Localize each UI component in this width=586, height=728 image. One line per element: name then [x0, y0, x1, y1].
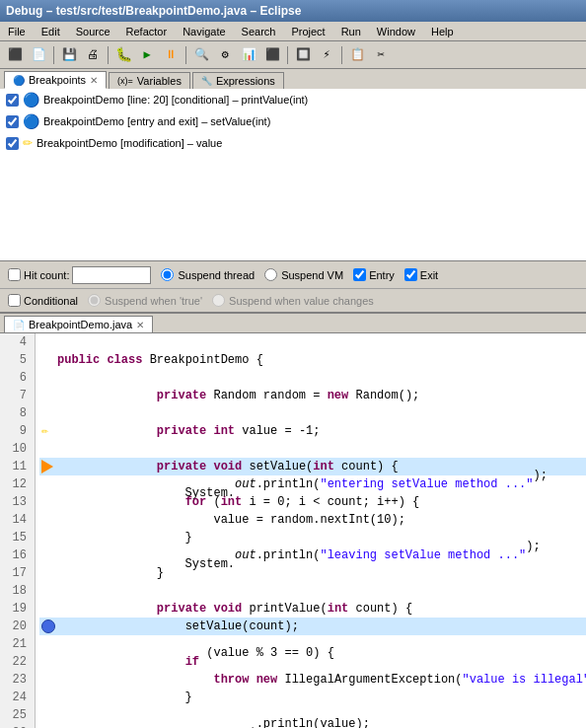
code-out-26: out: [235, 724, 256, 728]
toolbar-btn-1[interactable]: ⬛: [4, 44, 26, 66]
toolbar-btn-7[interactable]: ⚙: [214, 44, 236, 66]
toolbar-btn-3[interactable]: 💾: [58, 44, 80, 66]
suspend-true-group: Suspend when 'true': [88, 294, 202, 307]
code-7b: Random();: [348, 387, 419, 404]
expressions-icon: 🔧: [201, 76, 212, 86]
toolbar-sep-1: [53, 46, 54, 64]
code-7: Random random =: [213, 387, 327, 404]
bp-checkbox-1[interactable]: [6, 94, 19, 107]
breakpoints-icon: 🔵: [13, 75, 25, 86]
ln-8: 8: [4, 404, 31, 422]
entry-checkbox[interactable]: [353, 268, 366, 281]
menu-search[interactable]: Search: [238, 25, 280, 38]
suspend-changes-radio[interactable]: [212, 294, 225, 307]
toolbar-btn-11[interactable]: ⚡: [316, 44, 337, 66]
str-12: "entering setValue method ...": [320, 475, 533, 493]
ln-6: 6: [4, 369, 31, 387]
suspend-vm-radio[interactable]: [264, 268, 277, 281]
kw-throw-23: throw: [213, 671, 249, 689]
conditional-group: Conditional: [8, 294, 78, 307]
code-11b: count) {: [334, 458, 399, 475]
menu-source[interactable]: Source: [72, 25, 114, 38]
toolbar-btn-debug[interactable]: 🐛: [112, 44, 134, 66]
str-23: "value is illegal": [463, 673, 587, 687]
bp-label-3: BreakpointDemo [modification] – value: [37, 137, 222, 149]
tab-variables[interactable]: (x)= Variables: [109, 72, 190, 89]
code-line-17: }: [39, 564, 586, 582]
ln-19: 19: [4, 600, 31, 618]
editor-tab-main[interactable]: 📄 BreakpointDemo.java ✕: [4, 316, 153, 332]
code-content: 4 5 6 7 8 9 10 11 12 13 14 15 16 17 18 1…: [0, 333, 586, 728]
ln-15: 15: [4, 529, 31, 546]
toolbar-btn-8[interactable]: 📊: [238, 44, 259, 66]
suspend-vm-label: Suspend VM: [281, 269, 343, 281]
toolbar-btn-10[interactable]: 🔲: [292, 44, 314, 66]
exit-checkbox[interactable]: [404, 268, 417, 281]
menu-file[interactable]: File: [4, 25, 30, 38]
menu-window[interactable]: Window: [373, 25, 419, 38]
toolbar-btn-5[interactable]: ⏸: [160, 44, 182, 66]
entry-label: Entry: [369, 269, 395, 281]
menu-navigate[interactable]: Navigate: [179, 25, 229, 38]
toolbar-btn-6[interactable]: 🔍: [190, 44, 212, 66]
kw-new-23: new: [256, 671, 278, 689]
code-23: IllegalArgumentException("value is illeg…: [284, 671, 586, 689]
bp-icon-2: 🔵: [23, 113, 39, 129]
menu-refactor[interactable]: Refactor: [122, 25, 172, 38]
toolbar-sep-5: [341, 46, 342, 64]
bp-circle-20: [41, 619, 55, 633]
tab-expressions[interactable]: 🔧 Expressions: [192, 72, 284, 89]
ln-5: 5: [4, 351, 31, 369]
code-11: setValue(: [249, 458, 313, 475]
tab-breakpoints-close[interactable]: ✕: [90, 75, 98, 86]
bp-checkbox-3[interactable]: [6, 137, 19, 150]
code-line-9: ✏ private int value = -1;: [39, 422, 586, 440]
toolbar-btn-2[interactable]: 📄: [28, 44, 49, 66]
conditional-checkbox[interactable]: [8, 294, 21, 307]
suspend-true-radio[interactable]: [88, 294, 101, 307]
ln-4: 4: [4, 333, 31, 351]
ln-17: 17: [4, 564, 31, 582]
code-19b: count) {: [348, 600, 412, 618]
entry-group: Entry: [353, 268, 395, 281]
code-14: value = random.nextInt(10);: [213, 511, 404, 529]
kw-private-7: private: [157, 387, 206, 404]
tab-breakpoints-label: Breakpoints: [29, 74, 86, 86]
bp-item-3[interactable]: ✏ BreakpointDemo [modification] – value: [0, 132, 586, 154]
kw-int-11: int: [313, 458, 334, 475]
controls-row-2: Conditional Suspend when 'true' Suspend …: [0, 289, 586, 313]
menu-edit[interactable]: Edit: [37, 25, 64, 38]
line-numbers: 4 5 6 7 8 9 10 11 12 13 14 15 16 17 18 1…: [0, 333, 36, 728]
breakpoints-panel: 🔵 BreakpointDemo [line: 20] [conditional…: [0, 89, 586, 261]
tab-breakpoints[interactable]: 🔵 Breakpoints ✕: [4, 71, 107, 89]
toolbar-btn-9[interactable]: ⬛: [261, 44, 283, 66]
variables-icon: (x)=: [117, 76, 133, 86]
hit-count-checkbox[interactable]: [8, 268, 21, 281]
bp-item-2[interactable]: 🔵 BreakpointDemo [entry and exit] – setV…: [0, 110, 586, 132]
editor-tab-close[interactable]: ✕: [136, 320, 144, 330]
ln-20: 20: [4, 618, 31, 635]
bp-label-2: BreakpointDemo [entry and exit] – setVal…: [43, 115, 270, 127]
file-icon: 📄: [13, 320, 25, 330]
hit-count-label: Hit count:: [24, 269, 69, 281]
bp-checkbox-2[interactable]: [6, 115, 19, 128]
menu-help[interactable]: Help: [427, 25, 458, 38]
code-out-12: out: [235, 475, 256, 493]
editor-tab-label: BreakpointDemo.java: [29, 319, 132, 330]
toolbar-btn-12[interactable]: 📋: [346, 44, 368, 66]
ln-26: 26: [4, 724, 31, 728]
menu-run[interactable]: Run: [337, 25, 365, 38]
hit-count-input[interactable]: [72, 266, 151, 284]
suspend-thread-radio[interactable]: [161, 268, 174, 281]
classname: BreakpointDemo {: [150, 351, 263, 369]
toolbar-btn-run[interactable]: ▶: [136, 44, 158, 66]
suspend-thread-label: Suspend thread: [178, 269, 255, 281]
bp-item-1[interactable]: 🔵 BreakpointDemo [line: 20] [conditional…: [0, 89, 586, 110]
conditional-label: Conditional: [24, 295, 78, 307]
menu-project[interactable]: Project: [287, 25, 329, 38]
code-view[interactable]: 4 5 6 7 8 9 10 11 12 13 14 15 16 17 18 1…: [0, 333, 586, 728]
toolbar-btn-13[interactable]: ✂: [370, 44, 392, 66]
toolbar-btn-4[interactable]: 🖨: [82, 44, 104, 66]
hit-count-group: Hit count:: [8, 266, 151, 284]
menu-bar: File Edit Source Refactor Navigate Searc…: [0, 22, 586, 41]
